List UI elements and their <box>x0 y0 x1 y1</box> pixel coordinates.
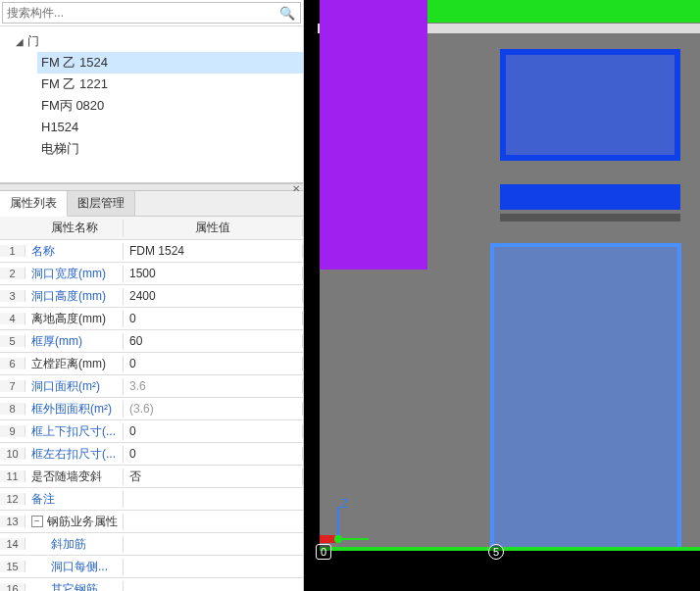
property-name: 离地高度(mm) <box>25 311 124 327</box>
tree-parent-door[interactable]: ◢ 门 <box>4 30 303 52</box>
row-index: 9 <box>0 425 25 437</box>
green-slab <box>427 0 700 23</box>
tree-item[interactable]: 电梯门 <box>37 138 303 160</box>
grid-marker-5: 5 <box>488 544 504 560</box>
property-row[interactable]: 5框厚(mm)60 <box>0 330 303 353</box>
property-row[interactable]: 2洞口宽度(mm)1500 <box>0 263 303 285</box>
window-block <box>500 49 680 161</box>
row-index: 6 <box>0 358 25 369</box>
row-index: 3 <box>0 290 25 302</box>
property-value[interactable]: 0 <box>124 312 303 325</box>
property-row[interactable]: 8框外围面积(m²)(3.6) <box>0 398 303 420</box>
row-index: 5 <box>0 335 25 347</box>
property-row[interactable]: 1名称FDM 1524 <box>0 240 303 263</box>
property-row[interactable]: 12备注 <box>0 488 303 511</box>
row-index: 15 <box>0 561 25 572</box>
grid-marker-0: 0 <box>316 544 331 560</box>
property-name: −钢筋业务属性 <box>25 514 124 530</box>
property-value[interactable]: 60 <box>124 334 303 348</box>
property-name: 框上下扣尺寸(... <box>25 423 124 440</box>
row-index: 10 <box>0 448 25 460</box>
property-name: 洞口每侧... <box>25 559 124 575</box>
component-tree: ◢ 门 FM 乙 1524FM 乙 1221FM丙 0820H1524电梯门 <box>0 26 303 183</box>
property-row[interactable]: 3洞口高度(mm)2400 <box>0 285 303 308</box>
property-value[interactable]: 否 <box>124 468 303 485</box>
property-grid: 属性名称 属性值 1名称FDM 15242洞口宽度(mm)15003洞口高度(m… <box>0 217 303 591</box>
property-row[interactable]: 6立樘距离(mm)0 <box>0 353 303 375</box>
header-name: 属性名称 <box>25 220 124 236</box>
tab-properties[interactable]: 属性列表 <box>0 191 68 217</box>
row-index: 14 <box>0 538 25 550</box>
row-index: 1 <box>0 245 25 257</box>
property-value[interactable]: 0 <box>124 357 303 370</box>
property-name: 框左右扣尺寸(... <box>25 446 124 463</box>
property-row[interactable]: 9框上下扣尺寸(...0 <box>0 420 303 443</box>
panel-divider[interactable]: ✕ <box>0 183 303 191</box>
property-name: 立樘距离(mm) <box>25 356 124 372</box>
property-tabs: 属性列表 图层管理 <box>0 191 303 217</box>
ground-line <box>320 547 700 551</box>
property-value[interactable]: 0 <box>124 424 303 438</box>
property-name: 名称 <box>25 243 124 260</box>
row-index: 4 <box>0 313 25 324</box>
tree-item[interactable]: FM 乙 1524 <box>37 52 303 74</box>
collapse-icon: ◢ <box>16 36 25 47</box>
property-name: 框外围面积(m²) <box>25 401 124 418</box>
property-row[interactable]: 10框左右扣尺寸(...0 <box>0 443 303 466</box>
tree-item[interactable]: FM丙 0820 <box>37 95 303 117</box>
purple-block <box>320 0 427 270</box>
property-name: 框厚(mm) <box>25 333 124 350</box>
row-index: 2 <box>0 268 25 279</box>
row-index: 11 <box>0 470 25 482</box>
collapse-group-icon[interactable]: − <box>31 516 43 527</box>
property-name: 斜加筋 <box>25 536 124 553</box>
door-block <box>490 243 681 549</box>
property-row[interactable]: 13−钢筋业务属性 <box>0 511 303 533</box>
blue-bar <box>500 184 680 210</box>
row-index: 13 <box>0 516 25 527</box>
row-index: 7 <box>0 380 25 392</box>
row-index: 8 <box>0 403 25 415</box>
property-row[interactable]: 11是否随墙变斜否 <box>0 466 303 488</box>
property-value[interactable]: (3.6) <box>124 402 303 416</box>
property-value[interactable]: 0 <box>124 447 303 461</box>
tab-layers[interactable]: 图层管理 <box>68 191 135 216</box>
row-index: 12 <box>0 493 25 505</box>
property-name: 其它钢筋 <box>25 581 124 592</box>
header-value: 属性值 <box>124 220 303 236</box>
gray-sill <box>500 214 680 222</box>
property-value[interactable]: 2400 <box>124 289 303 303</box>
close-icon[interactable]: ✕ <box>292 183 300 194</box>
property-name: 是否随墙变斜 <box>25 468 124 485</box>
property-name: 洞口高度(mm) <box>25 288 124 305</box>
tree-item[interactable]: FM 乙 1221 <box>37 74 303 95</box>
property-name: 备注 <box>25 491 124 508</box>
property-value[interactable]: 1500 <box>124 267 303 280</box>
property-row[interactable]: 4离地高度(mm)0 <box>0 308 303 330</box>
tree-parent-label: 门 <box>27 33 39 50</box>
property-row[interactable]: 16其它钢筋 <box>0 578 303 591</box>
property-name: 洞口面积(m²) <box>25 378 124 395</box>
property-row[interactable]: 14斜加筋 <box>0 533 303 556</box>
search-input[interactable] <box>2 2 301 24</box>
property-row[interactable]: 7洞口面积(m²)3.6 <box>0 375 303 398</box>
property-name: 洞口宽度(mm) <box>25 266 124 282</box>
row-index: 16 <box>0 583 25 591</box>
property-value[interactable]: FDM 1524 <box>124 244 303 258</box>
property-value[interactable]: 3.6 <box>124 379 303 393</box>
property-row[interactable]: 15洞口每侧... <box>0 556 303 578</box>
model-viewport[interactable]: Z 0 5 <box>304 0 700 591</box>
tree-item[interactable]: H1524 <box>37 117 303 138</box>
